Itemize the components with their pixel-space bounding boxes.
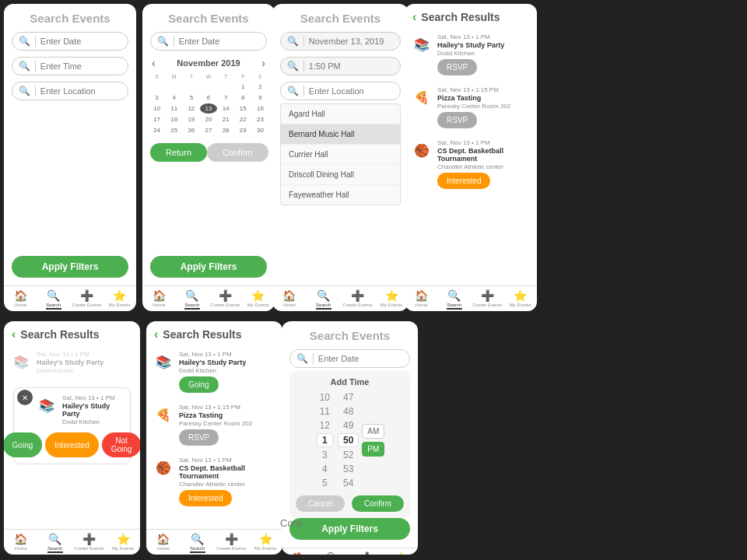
phone3-date-search[interactable]: 🔍 bbox=[280, 32, 401, 51]
min-47[interactable]: 47 bbox=[338, 391, 358, 404]
cal-day-cell[interactable]: 15 bbox=[235, 103, 251, 114]
location-item-2[interactable]: Currier Hall bbox=[281, 145, 400, 165]
rsvp-btn-4-0[interactable]: RSVP bbox=[437, 59, 477, 75]
notgoing-btn-5[interactable]: Not Going bbox=[102, 432, 140, 457]
cal-day-cell[interactable]: 11 bbox=[166, 103, 182, 114]
min-54[interactable]: 54 bbox=[338, 477, 358, 489]
am-btn[interactable]: AM bbox=[362, 424, 384, 439]
cal-day-cell[interactable]: 28 bbox=[218, 125, 234, 135]
hour-10[interactable]: 10 bbox=[315, 391, 335, 404]
back-arrow-6[interactable]: ‹ bbox=[154, 327, 158, 341]
nav-search-4[interactable]: 🔍 Search bbox=[438, 289, 472, 310]
cal-day-cell[interactable]: 19 bbox=[183, 114, 199, 124]
nav-home-5[interactable]: 🏠 Home bbox=[4, 533, 38, 553]
nav-search-2[interactable]: 🔍 Search bbox=[176, 289, 209, 310]
location-input-1[interactable] bbox=[40, 86, 121, 96]
tp-cancel-btn[interactable]: Cancel bbox=[296, 495, 345, 512]
time-input-1[interactable] bbox=[40, 61, 121, 71]
time-input-3[interactable] bbox=[309, 61, 394, 71]
close-popup-btn[interactable]: ✕ bbox=[17, 390, 33, 405]
location-item-4[interactable]: Fayeweather Hall bbox=[281, 185, 400, 205]
cal-day-cell[interactable]: 24 bbox=[149, 125, 165, 135]
date-input-3[interactable] bbox=[309, 37, 394, 46]
cal-day-cell[interactable]: 6 bbox=[200, 93, 216, 103]
apply-filters-btn-7[interactable]: Apply Filters bbox=[289, 518, 410, 540]
rsvp-btn-6-1[interactable]: RSVP bbox=[179, 429, 219, 446]
nav-home-1[interactable]: 🏠 Home bbox=[4, 289, 37, 310]
date-input-2[interactable] bbox=[179, 37, 260, 46]
confirm-btn-p2[interactable]: Confirm bbox=[207, 143, 268, 162]
apply-filters-btn-1[interactable]: Apply Filters bbox=[12, 256, 128, 278]
phone1-location-search[interactable]: 🔍 bbox=[12, 82, 128, 100]
cal-day-cell[interactable]: 1 bbox=[235, 82, 251, 92]
cal-day-cell[interactable]: 20 bbox=[200, 114, 216, 124]
nav-myevents-2[interactable]: ⭐ My Events bbox=[242, 289, 275, 310]
nav-search-7[interactable]: 🔍 Search bbox=[316, 551, 350, 555]
nav-search-1[interactable]: 🔍 Search bbox=[37, 289, 71, 310]
nav-create-1[interactable]: ➕ Create Events bbox=[70, 289, 103, 310]
nav-myevents-3[interactable]: ⭐ My Events bbox=[374, 289, 409, 310]
min-48[interactable]: 48 bbox=[338, 405, 358, 418]
cal-day-cell[interactable]: 29 bbox=[235, 125, 251, 135]
return-btn[interactable]: Return bbox=[150, 143, 207, 162]
cal-day-cell[interactable]: 30 bbox=[252, 125, 268, 135]
phone3-location-search[interactable]: 🔍 bbox=[280, 82, 401, 100]
interested-btn-4-2[interactable]: Interested bbox=[437, 173, 490, 189]
nav-myevents-5[interactable]: ⭐ My Events bbox=[106, 533, 140, 553]
cal-day-cell[interactable]: 17 bbox=[149, 114, 165, 124]
interested-btn-6-2[interactable]: Interested bbox=[179, 490, 232, 506]
phone2-date-search[interactable]: 🔍 bbox=[150, 32, 267, 51]
cal-day-cell[interactable]: 22 bbox=[235, 114, 251, 124]
nav-home-7[interactable]: 🏠 Home bbox=[282, 551, 316, 555]
cal-day-cell[interactable]: 25 bbox=[166, 125, 182, 135]
phone7-date-search[interactable]: 🔍 bbox=[289, 349, 410, 368]
cal-day-cell[interactable]: 13 bbox=[200, 103, 216, 114]
cal-day-cell[interactable]: 26 bbox=[183, 125, 199, 135]
cal-day-cell[interactable]: 8 bbox=[235, 93, 251, 103]
nav-home-3[interactable]: 🏠 Home bbox=[272, 289, 307, 310]
phone1-time-search[interactable]: 🔍 bbox=[12, 57, 128, 75]
cal-day-cell[interactable]: 27 bbox=[200, 125, 216, 135]
tp-confirm-btn[interactable]: Confirm bbox=[352, 495, 404, 512]
cal-day-cell[interactable]: 10 bbox=[149, 103, 165, 114]
min-49[interactable]: 49 bbox=[338, 419, 358, 432]
location-item-3[interactable]: Driscoll Dining Hall bbox=[281, 165, 400, 185]
date-input-1[interactable] bbox=[40, 37, 121, 46]
hour-11[interactable]: 11 bbox=[315, 405, 335, 418]
cal-day-cell[interactable]: 16 bbox=[252, 103, 268, 114]
cal-day-cell[interactable]: 2 bbox=[252, 82, 268, 92]
nav-myevents-1[interactable]: ⭐ My Events bbox=[103, 289, 137, 310]
going-btn-5[interactable]: Going bbox=[4, 432, 42, 457]
cal-day-cell[interactable]: 14 bbox=[218, 103, 234, 114]
cal-day-cell[interactable]: 5 bbox=[183, 93, 199, 103]
going-btn-6-0[interactable]: Going bbox=[179, 376, 219, 393]
nav-myevents-6[interactable]: ⭐ My Events bbox=[248, 533, 282, 553]
nav-create-2[interactable]: ➕ Create Events bbox=[209, 289, 242, 310]
nav-create-4[interactable]: ➕ Create Events bbox=[471, 289, 504, 310]
cal-day-cell[interactable]: 9 bbox=[252, 93, 268, 103]
location-input-3[interactable] bbox=[309, 86, 394, 96]
hour-12[interactable]: 12 bbox=[315, 419, 335, 432]
nav-myevents-7[interactable]: ⭐ My Events bbox=[384, 551, 418, 555]
nav-myevents-4[interactable]: ⭐ My Events bbox=[504, 289, 538, 310]
phone3-time-search[interactable]: 🔍 bbox=[280, 57, 401, 75]
rsvp-btn-4-1[interactable]: RSVP bbox=[437, 112, 477, 128]
cal-day-cell[interactable]: 18 bbox=[166, 114, 182, 124]
pm-btn[interactable]: PM bbox=[362, 442, 384, 457]
cal-prev-arrow[interactable]: ‹ bbox=[149, 57, 159, 69]
hour-3[interactable]: 3 bbox=[317, 449, 332, 461]
hour-4[interactable]: 4 bbox=[317, 463, 332, 475]
back-arrow-4[interactable]: ‹ bbox=[412, 10, 416, 24]
nav-create-7[interactable]: ➕ Create Events bbox=[350, 551, 384, 555]
min-52[interactable]: 52 bbox=[338, 449, 358, 461]
phone1-date-search[interactable]: 🔍 bbox=[12, 32, 128, 51]
cal-next-arrow[interactable]: › bbox=[258, 57, 268, 69]
interested-btn-5[interactable]: Interested bbox=[45, 432, 98, 457]
hour-1[interactable]: 1 bbox=[317, 433, 333, 447]
nav-search-5[interactable]: 🔍 Search bbox=[38, 533, 72, 553]
nav-create-3[interactable]: ➕ Create Events bbox=[341, 289, 375, 310]
hour-5[interactable]: 5 bbox=[317, 477, 332, 489]
location-item-1[interactable]: Bernard Music Hall bbox=[281, 124, 400, 145]
cal-day-cell[interactable]: 21 bbox=[218, 114, 234, 124]
nav-search-6[interactable]: 🔍 Search bbox=[181, 533, 215, 553]
